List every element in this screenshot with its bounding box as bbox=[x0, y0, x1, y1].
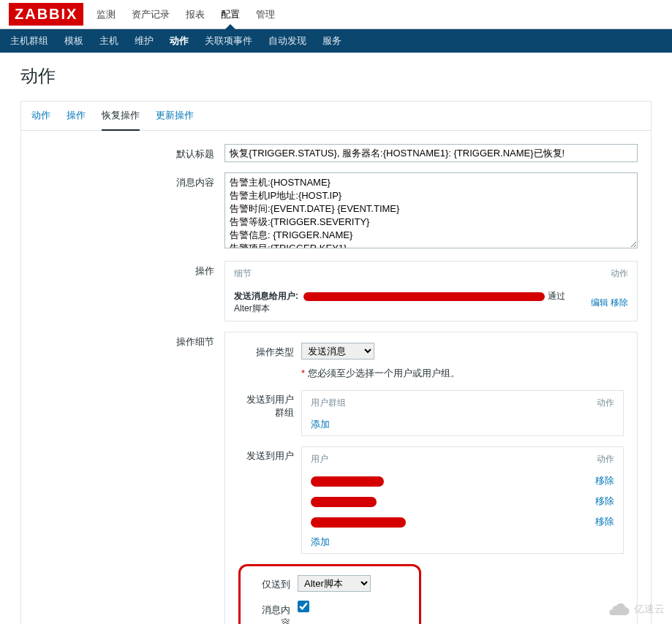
ops-label: 操作 bbox=[34, 261, 224, 321]
message-label: 消息内容 bbox=[34, 172, 224, 251]
topnav-inventory[interactable]: 资产记录 bbox=[132, 1, 170, 28]
msg-content-label: 消息内容 bbox=[254, 601, 298, 624]
usergroup-table: 用户群组 动作 添加 bbox=[301, 390, 624, 436]
ops-edit-link[interactable]: 编辑 bbox=[591, 297, 608, 308]
watermark-text: 亿速云 bbox=[634, 603, 665, 616]
config-panel: 动作 操作 恢复操作 更新操作 默认标题 消息内容 告警主机:{HOSTNAME… bbox=[20, 101, 652, 624]
top-bar: ZABBIX 监测 资产记录 报表 配置 管理 bbox=[0, 0, 672, 29]
user-row: 移除 bbox=[303, 492, 622, 511]
col-usergroup: 用户群组 bbox=[303, 392, 496, 414]
required-star-icon: * bbox=[301, 368, 305, 378]
message-textarea[interactable]: 告警主机:{HOSTNAME} 告警主机IP地址:{HOST.IP} 告警时间:… bbox=[224, 172, 638, 248]
subnav-hostgroups[interactable]: 主机群组 bbox=[10, 34, 48, 47]
subnav-templates[interactable]: 模板 bbox=[64, 34, 83, 47]
topnav-config[interactable]: 配置 bbox=[221, 1, 240, 28]
tab-action[interactable]: 动作 bbox=[31, 102, 50, 130]
topnav-reports[interactable]: 报表 bbox=[186, 1, 205, 28]
ops-col-detail: 细节 bbox=[227, 263, 582, 284]
subnav-maintenance[interactable]: 维护 bbox=[135, 34, 154, 47]
op-type-select[interactable]: 发送消息 bbox=[301, 343, 374, 359]
user-required-hint: 您必须至少选择一个用户或用户组。 bbox=[308, 368, 460, 378]
tab-operation[interactable]: 操作 bbox=[67, 102, 86, 130]
remove-user-2[interactable]: 移除 bbox=[595, 495, 614, 506]
user-row: 移除 bbox=[303, 512, 622, 531]
logo: ZABBIX bbox=[9, 3, 83, 26]
ops-remove-link[interactable]: 移除 bbox=[611, 297, 628, 308]
drow-op-type: 操作类型 发送消息 *您必须至少选择一个用户或用户组。 bbox=[238, 343, 624, 380]
drow-send-user: 发送到用户 用户 动作 移除 bbox=[238, 446, 624, 554]
add-usergroup-link[interactable]: 添加 bbox=[311, 419, 330, 430]
tab-update[interactable]: 更新操作 bbox=[156, 102, 194, 130]
row-ops: 操作 细节 动作 发送消息给用户: 通过 Alter脚本 编辑 bbox=[34, 261, 638, 321]
op-type-label: 操作类型 bbox=[238, 343, 301, 359]
subnav-actions[interactable]: 动作 bbox=[170, 34, 189, 47]
cloud-icon bbox=[608, 602, 631, 617]
redacted-user-3 bbox=[311, 517, 406, 528]
details-box: 操作类型 发送消息 *您必须至少选择一个用户或用户组。 发送到用户群组 bbox=[224, 332, 638, 624]
drow-send-group: 发送到用户群组 用户群组 动作 添加 bbox=[238, 390, 624, 436]
redacted-recipients bbox=[303, 292, 545, 301]
row-message: 消息内容 告警主机:{HOSTNAME} 告警主机IP地址:{HOST.IP} … bbox=[34, 172, 638, 251]
details-label: 操作细节 bbox=[34, 332, 224, 624]
page-content: 动作 动作 操作 恢复操作 更新操作 默认标题 消息内容 告警主机:{HOSTN… bbox=[0, 53, 672, 624]
default-title-input[interactable] bbox=[224, 144, 638, 162]
subnav-services[interactable]: 服务 bbox=[322, 34, 341, 47]
col-user: 用户 bbox=[303, 449, 545, 470]
add-user-link[interactable]: 添加 bbox=[311, 536, 330, 547]
topnav-monitor[interactable]: 监测 bbox=[97, 1, 116, 28]
send-group-label: 发送到用户群组 bbox=[238, 390, 301, 419]
msg-content-checkbox[interactable] bbox=[298, 601, 309, 612]
col-action-g: 动作 bbox=[497, 392, 622, 414]
tab-recovery[interactable]: 恢复操作 bbox=[102, 102, 140, 131]
watermark: 亿速云 bbox=[608, 602, 665, 617]
topnav-admin[interactable]: 管理 bbox=[256, 1, 275, 28]
subnav-discovery[interactable]: 自动发现 bbox=[268, 34, 306, 47]
tabs: 动作 操作 恢复操作 更新操作 bbox=[21, 102, 651, 131]
drow-only-send: 仅送到 Alter脚本 bbox=[254, 575, 406, 592]
ops-row-prefix: 发送消息给用户: bbox=[234, 291, 301, 301]
highlight-box: 仅送到 Alter脚本 消息内容 bbox=[238, 564, 421, 624]
subnav-correlation[interactable]: 关联项事件 bbox=[205, 34, 252, 47]
row-details: 操作细节 操作类型 发送消息 *您必须至少选择一个用户或用户组。 发送到用户群 bbox=[34, 332, 638, 624]
row-default-title: 默认标题 bbox=[34, 144, 638, 162]
col-action-u: 动作 bbox=[547, 449, 622, 470]
redacted-user-2 bbox=[311, 497, 377, 507]
remove-user-3[interactable]: 移除 bbox=[595, 516, 614, 527]
only-send-label: 仅送到 bbox=[254, 575, 298, 591]
default-title-label: 默认标题 bbox=[34, 144, 224, 162]
send-user-label: 发送到用户 bbox=[238, 446, 301, 463]
ops-row: 发送消息给用户: 通过 Alter脚本 编辑 移除 bbox=[227, 286, 635, 319]
user-row: 移除 bbox=[303, 471, 622, 490]
user-table: 用户 动作 移除 移除 bbox=[301, 446, 624, 554]
subnav-hosts[interactable]: 主机 bbox=[99, 34, 118, 47]
top-nav: 监测 资产记录 报表 配置 管理 bbox=[97, 1, 275, 28]
remove-user-1[interactable]: 移除 bbox=[595, 475, 614, 486]
page-title: 动作 bbox=[20, 64, 652, 88]
drow-msg-content: 消息内容 bbox=[254, 601, 406, 624]
ops-table: 细节 动作 发送消息给用户: 通过 Alter脚本 编辑 移除 bbox=[224, 261, 638, 321]
sub-nav: 主机群组 模板 主机 维护 动作 关联项事件 自动发现 服务 bbox=[0, 29, 672, 53]
redacted-user-1 bbox=[311, 476, 384, 487]
ops-col-action: 动作 bbox=[584, 263, 635, 284]
only-send-select[interactable]: Alter脚本 bbox=[298, 575, 371, 592]
